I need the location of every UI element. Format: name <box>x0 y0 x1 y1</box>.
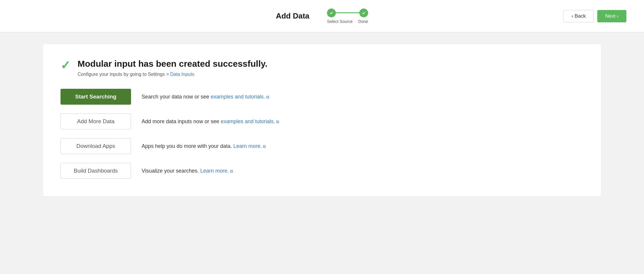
success-checkmark-icon: ✓ <box>61 59 71 71</box>
ext-link-icon-3: ⧉ <box>263 144 266 149</box>
step-1-label: Select Source <box>327 19 353 24</box>
svg-point-0 <box>329 11 334 15</box>
action-row-start-searching: Start Searching Search your data now or … <box>61 89 583 105</box>
content-card: ✓ Modular input has been created success… <box>43 44 601 196</box>
action-row-download-apps: Download Apps Apps help you do more with… <box>61 138 583 154</box>
data-inputs-link[interactable]: Data Inputs <box>170 72 194 77</box>
success-text-block: Modular input has been created successfu… <box>78 59 267 77</box>
stepper-track <box>327 9 368 17</box>
header-nav: ‹ Back Next › <box>564 10 626 22</box>
step-2-circle <box>359 9 368 17</box>
success-subtitle-prefix: Configure your inputs by going to Settin… <box>78 72 170 77</box>
main-content: ✓ Modular input has been created success… <box>0 32 644 274</box>
stepper-labels: Select Source Done <box>327 19 368 24</box>
success-subtitle: Configure your inputs by going to Settin… <box>78 72 267 77</box>
success-title: Modular input has been created successfu… <box>78 59 267 69</box>
start-searching-link[interactable]: examples and tutorials. <box>211 94 265 100</box>
download-apps-description: Apps help you do more with your data. Le… <box>142 143 266 149</box>
actions-section: Start Searching Search your data now or … <box>61 89 583 179</box>
start-searching-button[interactable]: Start Searching <box>61 89 131 105</box>
add-more-data-description: Add more data inputs now or see examples… <box>142 118 279 125</box>
step-1-circle <box>327 9 336 17</box>
page-wrapper: Add Data Select Source <box>0 0 644 274</box>
build-dashboards-link[interactable]: Learn more. <box>200 168 229 174</box>
stepper: Select Source Done <box>327 9 368 24</box>
step-2-label: Done <box>358 19 368 24</box>
action-row-build-dashboards: Build Dashboards Visualize your searches… <box>61 163 583 179</box>
ext-link-icon-1: ⧉ <box>266 95 269 100</box>
build-dashboards-button[interactable]: Build Dashboards <box>61 163 131 179</box>
success-header: ✓ Modular input has been created success… <box>61 59 583 77</box>
page-title: Add Data <box>276 11 309 21</box>
ext-link-icon-2: ⧉ <box>276 119 279 124</box>
action-row-add-more-data: Add More Data Add more data inputs now o… <box>61 113 583 129</box>
download-apps-link[interactable]: Learn more. <box>233 143 262 149</box>
start-searching-description: Search your data now or see examples and… <box>142 94 269 100</box>
add-more-data-button[interactable]: Add More Data <box>61 113 131 129</box>
svg-point-1 <box>361 11 366 15</box>
header: Add Data Select Source <box>0 0 644 32</box>
back-button[interactable]: ‹ Back <box>564 10 593 22</box>
add-more-data-link[interactable]: examples and tutorials. <box>221 118 275 124</box>
next-button[interactable]: Next › <box>597 10 626 22</box>
download-apps-button[interactable]: Download Apps <box>61 138 131 154</box>
step-connector <box>336 12 359 13</box>
ext-link-icon-4: ⧉ <box>230 169 233 174</box>
build-dashboards-description: Visualize your searches. Learn more.⧉ <box>142 168 233 174</box>
